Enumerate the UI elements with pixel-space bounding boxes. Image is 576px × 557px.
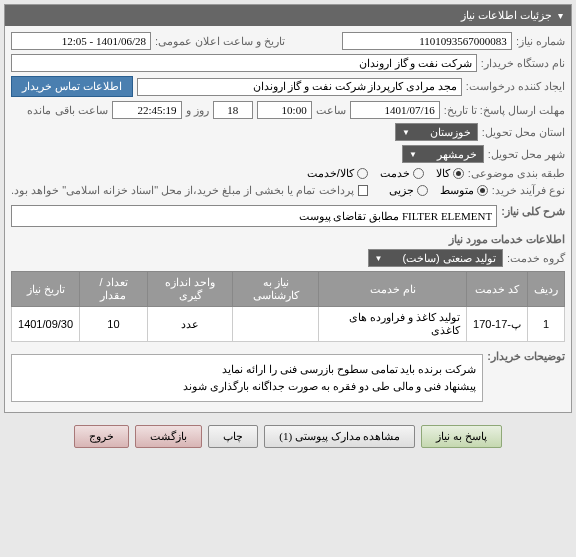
radio-both[interactable]: کالا/خدمت [307, 167, 368, 180]
province-dropdown[interactable]: خوزستان ▼ [395, 123, 478, 141]
city-dropdown[interactable]: خرمشهر ▼ [402, 145, 484, 163]
action-buttons-bar: پاسخ به نیاز مشاهده مدارک پیوستی (1) چاپ… [4, 417, 572, 456]
radio-icon [357, 168, 368, 179]
services-table: ردیف کد خدمت نام خدمت نیاز به کارشناسی و… [11, 271, 565, 342]
radio-icon [453, 168, 464, 179]
panel-header[interactable]: ▾ جزئیات اطلاعات نیاز [5, 5, 571, 26]
deadline-label: مهلت ارسال پاسخ: تا تاریخ: [444, 104, 565, 117]
time-remaining-input[interactable] [112, 101, 182, 119]
buyer-org-input[interactable] [11, 54, 477, 72]
service-group-value: تولید صنعتی (ساخت) [402, 252, 495, 265]
cell-date: 1401/09/30 [12, 307, 80, 342]
cell-unit: عدد [147, 307, 232, 342]
radio-partial[interactable]: جزیی [389, 184, 428, 197]
cell-expert [233, 307, 319, 342]
collapse-icon: ▾ [558, 10, 563, 21]
cell-code: پ-17-170 [467, 307, 528, 342]
th-row: ردیف [528, 272, 565, 307]
cell-qty: 10 [80, 307, 148, 342]
buyer-note-line1: شرکت برنده باید تمامی سطوح بازرسی فنی را… [18, 361, 476, 378]
description-input[interactable] [11, 205, 497, 227]
back-button[interactable]: بازگشت [135, 425, 202, 448]
contact-button[interactable]: اطلاعات تماس خریدار [11, 76, 133, 97]
remaining-label: ساعت باقی مانده [27, 104, 107, 117]
days-remaining-input[interactable] [213, 101, 253, 119]
radio-icon [413, 168, 424, 179]
city-label: شهر محل تحویل: [488, 148, 565, 161]
panel-title: جزئیات اطلاعات نیاز [461, 9, 552, 22]
main-panel: ▾ جزئیات اطلاعات نیاز شماره نیاز: تاریخ … [4, 4, 572, 413]
services-section-title: اطلاعات خدمات مورد نیاز [11, 233, 565, 246]
city-value: خرمشهر [437, 148, 477, 161]
radio-both-label: کالا/خدمت [307, 167, 354, 180]
buyer-note-line2: پیشنهاد فنی و مالی طی دو فقره به صورت جد… [18, 378, 476, 395]
cell-name: تولید کاغذ و فراورده های کاغذی [319, 307, 467, 342]
th-date: تاریخ نیاز [12, 272, 80, 307]
radio-partial-label: جزیی [389, 184, 414, 197]
need-number-label: شماره نیاز: [516, 35, 565, 48]
chevron-down-icon: ▼ [409, 150, 417, 159]
creator-label: ایجاد کننده درخواست: [466, 80, 565, 93]
public-announce-label: تاریخ و ساعت اعلان عمومی: [155, 35, 285, 48]
deadline-time-input[interactable] [257, 101, 312, 119]
service-group-label: گروه خدمت: [507, 252, 565, 265]
th-code: کد خدمت [467, 272, 528, 307]
process-radio-group: متوسط جزیی [389, 184, 488, 197]
th-name: نام خدمت [319, 272, 467, 307]
th-qty: تعداد / مقدار [80, 272, 148, 307]
category-label: طبقه بندی موضوعی: [468, 167, 565, 180]
radio-medium[interactable]: متوسط [440, 184, 488, 197]
province-label: استان محل تحویل: [482, 126, 565, 139]
radio-service-label: خدمت [380, 167, 410, 180]
hour-label-1: ساعت [316, 104, 346, 117]
service-group-dropdown[interactable]: تولید صنعتی (ساخت) ▼ [368, 249, 503, 267]
reply-button[interactable]: پاسخ به نیاز [421, 425, 502, 448]
payment-note-label: پرداخت تمام یا بخشی از مبلغ خرید،از محل … [11, 184, 354, 197]
chevron-down-icon: ▼ [375, 254, 383, 263]
th-unit: واحد اندازه گیری [147, 272, 232, 307]
payment-checkbox[interactable] [358, 185, 368, 196]
th-expert: نیاز به کارشناسی [233, 272, 319, 307]
radio-goods-label: کالا [436, 167, 450, 180]
radio-icon [477, 185, 488, 196]
exit-button[interactable]: خروج [74, 425, 129, 448]
province-value: خوزستان [430, 126, 471, 139]
cell-idx: 1 [528, 307, 565, 342]
public-announce-input[interactable] [11, 32, 151, 50]
attachments-button[interactable]: مشاهده مدارک پیوستی (1) [264, 425, 415, 448]
radio-medium-label: متوسط [440, 184, 474, 197]
category-radio-group: کالا خدمت کالا/خدمت [307, 167, 464, 180]
deadline-date-input[interactable] [350, 101, 440, 119]
need-number-input[interactable] [342, 32, 512, 50]
process-type-label: نوع فرآیند خرید: [492, 184, 565, 197]
buyer-notes-box: شرکت برنده باید تمامی سطوح بازرسی فنی را… [11, 354, 483, 402]
days-label: روز و [186, 104, 209, 117]
radio-service[interactable]: خدمت [380, 167, 424, 180]
description-label: شرح کلی نیاز: [501, 205, 565, 218]
chevron-down-icon: ▼ [402, 128, 410, 137]
radio-goods[interactable]: کالا [436, 167, 464, 180]
print-button[interactable]: چاپ [208, 425, 258, 448]
panel-body: شماره نیاز: تاریخ و ساعت اعلان عمومی: نا… [5, 26, 571, 412]
table-row[interactable]: 1 پ-17-170 تولید کاغذ و فراورده های کاغذ… [12, 307, 565, 342]
creator-input[interactable] [137, 78, 462, 96]
buyer-notes-label: توضیحات خریدار: [487, 350, 565, 363]
buyer-org-label: نام دستگاه خریدار: [481, 57, 565, 70]
radio-icon [417, 185, 428, 196]
